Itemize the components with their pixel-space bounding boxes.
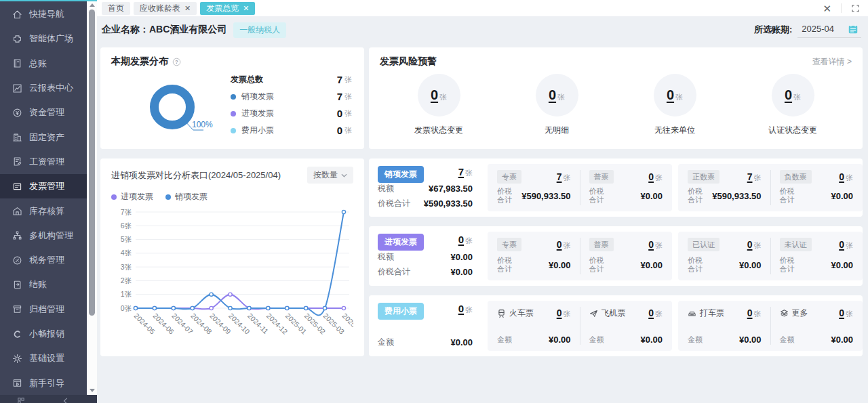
detail-cell: 普票 0张 价税合计 ¥0.00 (580, 170, 663, 205)
cell-type: 更多 (780, 307, 808, 319)
risk-count[interactable]: 0 (785, 87, 792, 103)
cell-count-wrap: 0张 (839, 307, 853, 319)
tabbar-actions: ✕ (823, 3, 860, 14)
sidebar-item-ledger[interactable]: 总账 (0, 51, 87, 76)
cell-count-wrap: 0张 (648, 171, 663, 183)
car-icon (688, 309, 696, 318)
cell-count[interactable]: 0 (839, 307, 844, 318)
detail-card: 火车票 0张 金额 ¥0.00 飞机票 0张 (488, 301, 672, 351)
cell-count[interactable]: 0 (557, 307, 562, 318)
amount-label: 金额 (688, 335, 703, 345)
sidebar-item-tax[interactable]: 税务管理 (0, 248, 87, 272)
risk-label: 认证状态变更 (768, 125, 817, 136)
sidebar-item-home[interactable]: 快捷导航 (0, 2, 87, 26)
footer-grid-icon[interactable] (18, 398, 24, 403)
close-all-tabs-icon[interactable]: ✕ (823, 3, 831, 14)
svg-text:3张: 3张 (121, 263, 132, 271)
cell-count[interactable]: 7 (557, 171, 562, 182)
cell-count[interactable]: 7 (747, 171, 753, 182)
row-count[interactable]: 0 (458, 303, 464, 314)
sidebar-item-puzzle[interactable]: 智能体广场 (0, 26, 87, 51)
summary-rows: 销项发票 7张 税额 ¥67,983.50 价税合计 ¥590,933.50 专… (369, 158, 863, 356)
sidebar-item-archive[interactable]: 归档管理 (0, 297, 87, 322)
sidebar-item-label: 税务管理 (29, 254, 64, 266)
distribution-title-row: 本期发票分布 ? (111, 56, 353, 68)
cell-count[interactable]: 0 (648, 307, 654, 318)
risk-count[interactable]: 0 (549, 87, 556, 103)
metric-value: ¥0.00 (450, 337, 473, 347)
risk-count-circle[interactable]: 0 张 (536, 74, 578, 116)
left-rail: 快捷导航 智能体广场 总账 云报表中心 资金管理 固定资产 工资管理 发票管理 … (0, 0, 97, 403)
funds-icon (12, 107, 23, 119)
risk-count-circle[interactable]: 0 张 (772, 74, 814, 116)
metric: 税额 ¥67,983.50 (378, 183, 473, 194)
risk-warning-card: 发票风险预警 查看详情 > 0 张 发票状态变更 0 张 无明细 0 张 无往来… (369, 47, 863, 149)
sidebar-item-inventory[interactable]: 库存核算 (0, 198, 87, 223)
cell-count[interactable]: 0 (648, 171, 654, 182)
chart-legend-item[interactable]: 进项发票 (111, 191, 153, 203)
calendar-icon[interactable] (848, 24, 859, 35)
row-count[interactable]: 7 (458, 166, 464, 177)
sidebar-item-payroll[interactable]: 工资管理 (0, 150, 87, 174)
sidebar-scrollbar[interactable] (87, 0, 97, 403)
legend-label: 销项发票 (241, 91, 274, 102)
sidebar-item-settings[interactable]: 基础设置 (0, 346, 87, 370)
row-count[interactable]: 0 (458, 234, 464, 245)
risk-count[interactable]: 0 (667, 87, 674, 103)
tab-1[interactable]: 应收账龄表✕ (134, 2, 197, 15)
cell-count[interactable]: 0 (557, 239, 562, 250)
report-icon (12, 83, 23, 94)
amount-value: ¥0.00 (739, 260, 762, 270)
comparison-title-row: 进销项发票对比分析表口(2024/05-2025/04) 按数量 (111, 167, 353, 184)
cell-count[interactable]: 0 (747, 239, 753, 250)
cell-count[interactable]: 0 (839, 239, 844, 250)
tab-close-icon[interactable]: ✕ (243, 5, 249, 12)
svg-text:4张: 4张 (121, 249, 132, 257)
metric-label: 价税合计 (378, 198, 410, 209)
sidebar-item-org[interactable]: 多机构管理 (0, 224, 87, 248)
footer-collapse-icon[interactable] (62, 398, 69, 403)
scrollbar-up-arrow-icon[interactable] (90, 3, 95, 7)
risk-item: 0 张 认证状态变更 (734, 74, 852, 136)
view-details-link[interactable]: 查看详情 > (812, 56, 852, 68)
sidebar-item-reimburse[interactable]: 小畅报销 (0, 322, 87, 346)
row-type-badge: 费用小票 (378, 303, 424, 320)
amount-value: ¥0.00 (549, 260, 571, 270)
cell-count-wrap: 0张 (648, 238, 663, 251)
legend-dot-icon (231, 111, 236, 116)
cell-count[interactable]: 0 (839, 171, 844, 182)
sidebar-item-invoice[interactable]: 发票管理 (0, 174, 87, 198)
chevron-down-icon (341, 173, 347, 177)
cell-count[interactable]: 0 (648, 239, 654, 250)
scrollbar-down-arrow-icon[interactable] (90, 389, 95, 392)
sidebar-item-report[interactable]: 云报表中心 (0, 76, 87, 100)
scrollbar-thumb[interactable] (89, 9, 95, 316)
tab-close-icon[interactable]: ✕ (184, 5, 191, 12)
sidebar-item-funds[interactable]: 资金管理 (0, 100, 87, 125)
fullscreen-icon[interactable] (851, 4, 860, 13)
chart-legend-item[interactable]: 销项发票 (165, 191, 208, 203)
sidebar-item-label: 库存核算 (29, 205, 64, 217)
risk-count[interactable]: 0 (431, 87, 438, 103)
risk-count-circle[interactable]: 0 张 (418, 74, 460, 116)
help-question-icon[interactable]: ? (172, 58, 181, 66)
amount-label: 价税合计 (497, 187, 515, 206)
risk-count-circle[interactable]: 0 张 (654, 74, 696, 116)
cell-count-wrap: 7张 (557, 171, 571, 183)
chart-legend: 进项发票 销项发票 (111, 191, 353, 203)
dashboard-content: 本期发票分布 ? 100% 发票总数 7 张 销项发票 7 张 (97, 43, 868, 403)
comparison-line-chart: 0张1张2张3张4张5张6张7张2024-052024-062024-07202… (111, 207, 353, 350)
period-input[interactable]: 2025-04 (797, 22, 861, 38)
metric: 价税合计 ¥590,933.50 (378, 198, 473, 209)
sidebar-item-guide[interactable]: 新手引导 (0, 370, 87, 395)
sidebar-item-building[interactable]: 固定资产 (0, 125, 87, 149)
cell-count[interactable]: 0 (747, 307, 753, 318)
sidebar-item-closing[interactable]: 结账 (0, 272, 87, 297)
period-value[interactable]: 2025-04 (802, 24, 834, 34)
amount-label: 价税合计 (589, 187, 607, 206)
tab-0[interactable]: 首页 (102, 2, 130, 15)
comparison-title: 进销项发票对比分析表口(2024/05-2025/04) (111, 169, 281, 182)
chart-filter-dropdown[interactable]: 按数量 (307, 167, 353, 184)
tab-2[interactable]: 发票总览✕ (200, 2, 255, 15)
sidebar-item-label: 智能体广场 (29, 33, 73, 45)
